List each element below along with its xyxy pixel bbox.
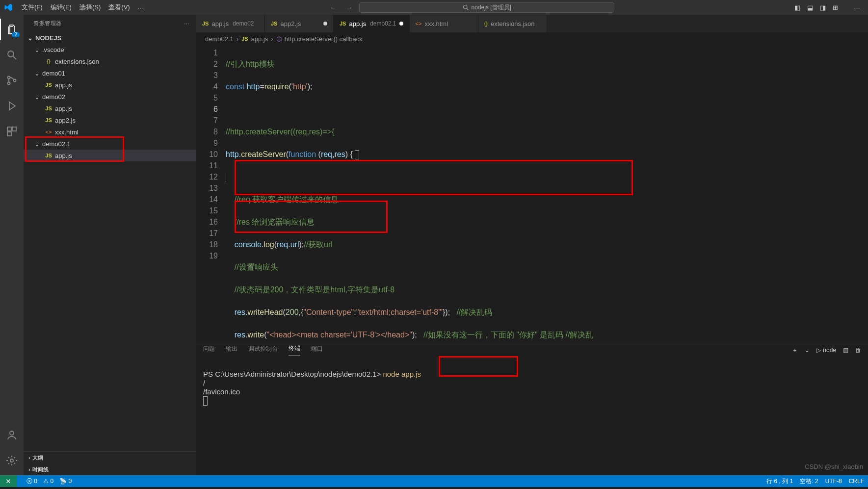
command-center[interactable]: nodejs [管理员] bbox=[359, 2, 614, 13]
file-demo02-appjs[interactable]: JSapp.js bbox=[24, 103, 196, 114]
status-line-col[interactable]: 行 6 , 列 1 bbox=[766, 477, 793, 486]
file-tree: ⌄NODEJS ⌄.vscode {}extensions.json ⌄demo… bbox=[24, 32, 196, 451]
status-warnings[interactable]: ⚠ 0 bbox=[43, 478, 53, 485]
layout-sidebar-left-icon[interactable]: ◧ bbox=[794, 4, 800, 11]
line-number: 12 bbox=[196, 171, 218, 182]
file-label: app.js bbox=[55, 152, 72, 159]
line-number: 5 bbox=[196, 92, 218, 103]
remote-indicator-icon[interactable] bbox=[0, 475, 17, 487]
tab-label: xxx.html bbox=[424, 20, 448, 27]
panel-tab-ports[interactable]: 端口 bbox=[311, 345, 323, 356]
menu-more[interactable]: ··· bbox=[134, 4, 147, 11]
file-demo021-appjs[interactable]: JSapp.js bbox=[24, 150, 196, 161]
breadcrumb-segment[interactable]: http.createServer() callback bbox=[285, 35, 363, 43]
file-demo01-appjs[interactable]: JSapp.js bbox=[24, 79, 196, 91]
root-label: NODEJS bbox=[35, 34, 61, 42]
tab-appjs-demo02[interactable]: JSapp.jsdemo02 bbox=[196, 15, 265, 32]
activity-search-icon[interactable] bbox=[0, 44, 24, 66]
js-icon: JS bbox=[202, 21, 209, 26]
panel-tab-output[interactable]: 输出 bbox=[226, 345, 237, 356]
menu-select[interactable]: 选择(S) bbox=[76, 3, 105, 12]
status-ports[interactable]: 📡 0 bbox=[59, 478, 72, 485]
explorer-title: 资源管理器 bbox=[33, 20, 62, 27]
terminal-split-icon[interactable]: ▥ bbox=[843, 347, 848, 354]
status-eol[interactable]: CRLF bbox=[849, 478, 864, 485]
file-demo02-app2js[interactable]: JSapp2.js bbox=[24, 114, 196, 126]
layout-panel-icon[interactable]: ⬓ bbox=[807, 4, 813, 11]
activity-settings-icon[interactable] bbox=[0, 450, 24, 471]
activity-debug-icon[interactable] bbox=[0, 95, 24, 117]
tab-appjs-demo021[interactable]: JSapp.jsdemo02.1 bbox=[334, 15, 410, 32]
vscode-logo-icon bbox=[4, 3, 13, 12]
nav-back-icon[interactable]: ← bbox=[327, 4, 339, 11]
file-label: app2.js bbox=[55, 117, 76, 124]
chevron-right-icon: › bbox=[237, 35, 238, 43]
folder-demo02[interactable]: ⌄demo02 bbox=[24, 91, 196, 103]
breadcrumb-segment[interactable]: app.js bbox=[251, 35, 268, 43]
json-icon: {} bbox=[484, 21, 488, 26]
section-outline[interactable]: ›大纲 bbox=[24, 452, 196, 463]
status-spaces[interactable]: 空格: 2 bbox=[800, 477, 818, 486]
svg-point-11 bbox=[10, 459, 13, 462]
svg-point-2 bbox=[8, 51, 14, 57]
folder-label: .vscode bbox=[42, 46, 64, 53]
terminal-shell-icon[interactable]: ▷node bbox=[816, 347, 836, 354]
file-demo02-xxxhtml[interactable]: <>xxx.html bbox=[24, 126, 196, 138]
panel-tab-debug[interactable]: 调试控制台 bbox=[248, 345, 278, 356]
line-number: 4 bbox=[196, 81, 218, 92]
section-label: 大纲 bbox=[32, 454, 43, 462]
line-number: 8 bbox=[196, 126, 218, 137]
layout-sidebar-right-icon[interactable]: ◨ bbox=[820, 4, 826, 11]
chevron-down-icon[interactable]: ⌄ bbox=[805, 347, 810, 354]
tab-xxxhtml[interactable]: <>xxx.html bbox=[410, 15, 478, 32]
activitybar: 2 bbox=[0, 15, 24, 475]
menu-view[interactable]: 查看(V) bbox=[105, 3, 133, 12]
panel-tab-terminal[interactable]: 终端 bbox=[289, 344, 300, 356]
code-editor[interactable]: 1 2 3 4 5 6 7 8 9 10 11 12 13 14 15 16 1… bbox=[196, 45, 868, 342]
editor-area: JSapp.jsdemo02 JSapp2.js JSapp.jsdemo02.… bbox=[196, 15, 868, 475]
menu-edit[interactable]: 编辑(E) bbox=[47, 3, 76, 12]
activity-explorer-icon[interactable]: 2 bbox=[0, 19, 24, 40]
section-timeline[interactable]: ›时间线 bbox=[24, 463, 196, 475]
tree-root[interactable]: ⌄NODEJS bbox=[24, 32, 196, 44]
explorer-more-icon[interactable]: ··· bbox=[184, 21, 189, 26]
tab-app2js[interactable]: JSapp2.js bbox=[265, 15, 334, 32]
window-minimize-icon[interactable]: — bbox=[854, 4, 860, 11]
terminal-new-icon[interactable]: ＋ bbox=[792, 346, 798, 355]
watermark: CSDN @shi_xiaobin bbox=[805, 463, 863, 470]
panel-tab-problems[interactable]: 问题 bbox=[203, 345, 215, 356]
line-gutter: 1 2 3 4 5 6 7 8 9 10 11 12 13 14 15 16 1… bbox=[196, 45, 226, 342]
section-label: 时间线 bbox=[32, 466, 49, 473]
folder-demo021[interactable]: ⌄demo02.1 bbox=[24, 138, 196, 150]
activity-extensions-icon[interactable] bbox=[0, 121, 24, 142]
folder-demo01[interactable]: ⌄demo01 bbox=[24, 67, 196, 79]
folder-vscode[interactable]: ⌄.vscode bbox=[24, 44, 196, 55]
activity-account-icon[interactable] bbox=[0, 424, 24, 446]
nav-forward-icon[interactable]: → bbox=[343, 4, 355, 11]
folder-label: demo01 bbox=[42, 70, 65, 77]
status-encoding[interactable]: UTF-8 bbox=[825, 478, 842, 485]
status-errors[interactable]: ⓧ 0 bbox=[26, 477, 37, 486]
breadcrumb-segment[interactable]: demo02.1 bbox=[205, 35, 234, 43]
tab-extensions-json[interactable]: {}extensions.json bbox=[478, 15, 547, 32]
line-number: 17 bbox=[196, 228, 218, 239]
breadcrumb[interactable]: demo02.1› JS app.js› ⬡ http.createServer… bbox=[196, 32, 868, 45]
prompt: PS C:\Users\Administrator\Desktop\nodejs… bbox=[203, 370, 383, 378]
line-number: 16 bbox=[196, 216, 218, 228]
file-label: xxx.html bbox=[55, 129, 79, 136]
layout-customize-icon[interactable]: ⊞ bbox=[833, 4, 838, 11]
terminal-output-line: / bbox=[203, 379, 205, 387]
activity-scm-icon[interactable] bbox=[0, 70, 24, 91]
js-icon: JS bbox=[44, 82, 53, 88]
explorer-badge: 2 bbox=[12, 32, 20, 37]
svg-line-1 bbox=[467, 8, 468, 10]
layout-controls: ◧ ⬓ ◨ ⊞ — bbox=[794, 4, 864, 11]
terminal-kill-icon[interactable]: 🗑 bbox=[855, 347, 861, 354]
sidebar-explorer: 资源管理器 ··· ⌄NODEJS ⌄.vscode {}extensions.… bbox=[24, 15, 196, 475]
line-number: 18 bbox=[196, 239, 218, 250]
code-content[interactable]: //引入http模块 const http=require('http'); /… bbox=[226, 45, 868, 342]
terminal-body[interactable]: PS C:\Users\Administrator\Desktop\nodejs… bbox=[196, 358, 868, 475]
menu-file[interactable]: 文件(F) bbox=[18, 3, 47, 12]
file-extensions-json[interactable]: {}extensions.json bbox=[24, 55, 196, 67]
dirty-indicator-icon bbox=[399, 22, 403, 26]
